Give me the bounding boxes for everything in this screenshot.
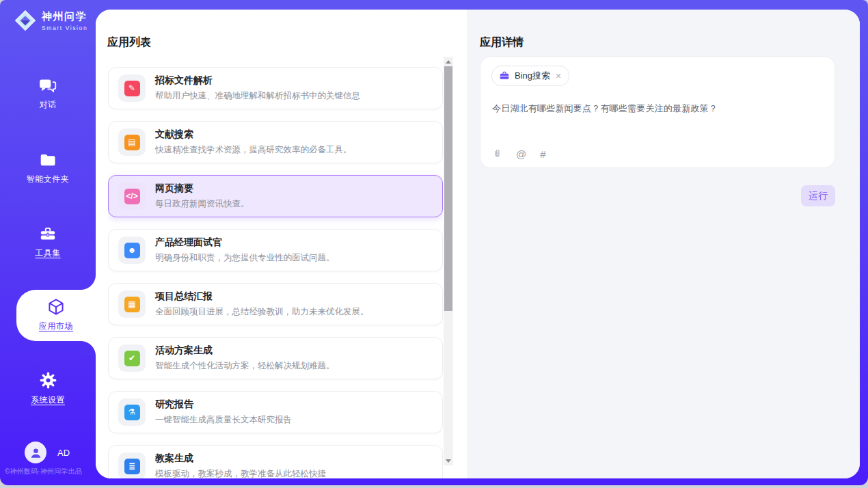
arrow-down-icon (446, 459, 451, 463)
app-title: 活动方案生成 (155, 344, 335, 357)
briefcase-icon (499, 70, 510, 81)
app-card[interactable]: ▤ 文献搜索 快速精准查找学术资源，提高研究效率的必备工具。 (108, 121, 443, 163)
app-list: ✎ 招标文件解析 帮助用户快速、准确地理解和解析招标书中的关键信息 ▤ 文献搜索 (108, 67, 443, 478)
app-title: 招标文件解析 (155, 74, 360, 87)
app-icon-tile: ☻ (118, 236, 146, 264)
sidebar-label-toolbox: 工具集 (35, 247, 61, 259)
app-window: 神州问学 Smart Vision 对话 智能文件夹 (0, 0, 868, 485)
tool-tag-label: Bing搜索 (515, 70, 550, 82)
book-icon: ▤ (124, 135, 140, 150)
app-detail-panel: 应用详情 Bing搜索 × 今日湖北有哪些新闻要点？有哪些需要关注的最新政策？ (467, 10, 860, 478)
app-description: 帮助用户快速、准确地理解和解析招标书中的关键信息 (155, 90, 360, 102)
diamond-logo-icon (14, 9, 37, 32)
arrow-up-icon (446, 60, 451, 64)
main-content: 应用列表 ✎ 招标文件解析 帮助用户快速、准确地理解和解析招标书中的关键信息 ▤ (96, 10, 860, 478)
chat-icon (38, 77, 57, 94)
app-meta: 网页摘要 每日政府新闻资讯快查。 (155, 182, 249, 210)
app-title: 产品经理面试官 (155, 236, 335, 249)
app-title: 教案生成 (155, 452, 326, 465)
app-description: 明确身份和职责，为您提供专业性的面试问题。 (155, 252, 335, 264)
brand-text: 神州问学 Smart Vision (42, 10, 87, 31)
sidebar-label-chat: 对话 (40, 99, 57, 111)
toolbox-icon (38, 225, 57, 243)
sidebar-item-chat[interactable]: 对话 (0, 77, 96, 111)
prompt-card: Bing搜索 × 今日湖北有哪些新闻要点？有哪些需要关注的最新政策？ @ # (480, 56, 835, 168)
app-meta: 文献搜索 快速精准查找学术资源，提高研究效率的必备工具。 (155, 128, 352, 156)
scroll-down-button[interactable] (444, 456, 453, 465)
scrollbar-thumb[interactable] (444, 66, 452, 311)
app-icon-tile: ▤ (118, 128, 146, 156)
app-list-title: 应用列表 (107, 36, 151, 50)
app-card[interactable]: ✎ 招标文件解析 帮助用户快速、准确地理解和解析招标书中的关键信息 (108, 67, 443, 109)
app-card[interactable]: ⚗ 研究报告 一键智能生成高质量长文本研究报告 (108, 391, 443, 433)
app-title: 文献搜索 (155, 128, 352, 141)
sidebar-item-settings[interactable]: 系统设置 (0, 371, 96, 406)
app-meta: 教案生成 模板驱动，教案秒成，教学准备从此轻松快捷 (155, 452, 326, 478)
cube-icon (46, 297, 66, 316)
app-card[interactable]: ☻ 产品经理面试官 明确身份和职责，为您提供专业性的面试问题。 (108, 229, 443, 271)
app-icon-tile: ⚗ (118, 398, 146, 426)
sidebar-label-settings: 系统设置 (31, 394, 65, 406)
app-icon-tile: ✔ (118, 344, 146, 372)
sidebar-item-app-market[interactable]: 应用市场 (16, 290, 96, 341)
avatar[interactable] (25, 442, 46, 463)
app-card[interactable]: ✔ 活动方案生成 智能生成个性化活动方案，轻松解决规划难题。 (108, 337, 443, 379)
app-description: 一键智能生成高质量长文本研究报告 (155, 414, 292, 426)
user-row[interactable]: AD (25, 442, 70, 463)
app-card[interactable]: ▦ 项目总结汇报 全面回顾项目进展，总结经验教训，助力未来优化发展。 (108, 283, 443, 325)
input-toolbar: @ # (492, 148, 546, 160)
sidebar: 神州问学 Smart Vision 对话 智能文件夹 (0, 0, 96, 485)
app-icon-tile: ✎ (118, 74, 146, 102)
document-edit-icon: ✎ (124, 81, 140, 96)
books-icon: ≣ (124, 459, 140, 474)
user-name: AD (57, 448, 70, 458)
webpage-code-icon: </> (124, 189, 140, 204)
tool-tag-bing-search[interactable]: Bing搜索 × (491, 66, 569, 86)
app-description: 全面回顾项目进展，总结经验教训，助力未来优化发展。 (155, 306, 369, 318)
interviewer-icon: ☻ (124, 243, 140, 258)
app-title: 项目总结汇报 (155, 290, 369, 303)
scroll-up-button[interactable] (444, 57, 453, 66)
app-meta: 项目总结汇报 全面回顾项目进展，总结经验教训，助力未来优化发展。 (155, 290, 369, 318)
sidebar-label-smart-folder: 智能文件夹 (27, 174, 70, 185)
app-card[interactable]: </> 网页摘要 每日政府新闻资讯快查。 (108, 175, 443, 217)
list-scrollbar[interactable] (444, 57, 453, 465)
brand-logo: 神州问学 Smart Vision (14, 9, 87, 32)
sidebar-footer: ©神州数码·神州问学出品 (5, 467, 96, 476)
sidebar-label-app-market: 应用市场 (39, 321, 73, 332)
brand-subtitle: Smart Vision (42, 25, 87, 31)
app-description: 快速精准查找学术资源，提高研究效率的必备工具。 (155, 144, 352, 156)
app-list-panel: 应用列表 ✎ 招标文件解析 帮助用户快速、准确地理解和解析招标书中的关键信息 ▤ (96, 10, 467, 478)
app-icon-tile: ≣ (118, 452, 146, 478)
app-icon-tile: ▦ (118, 290, 146, 318)
run-button[interactable]: 运行 (801, 185, 835, 206)
app-meta: 研究报告 一键智能生成高质量长文本研究报告 (155, 398, 292, 426)
paperclip-icon[interactable] (492, 148, 502, 160)
app-meta: 招标文件解析 帮助用户快速、准确地理解和解析招标书中的关键信息 (155, 74, 360, 102)
folder-icon (38, 151, 57, 169)
person-icon (29, 446, 42, 459)
app-meta: 产品经理面试官 明确身份和职责，为您提供专业性的面试问题。 (155, 236, 335, 264)
hash-icon[interactable]: # (540, 148, 545, 160)
app-card[interactable]: ≣ 教案生成 模板驱动，教案秒成，教学准备从此轻松快捷 (108, 445, 443, 478)
app-detail-title: 应用详情 (480, 36, 524, 50)
app-icon-tile: </> (118, 182, 146, 210)
close-icon[interactable]: × (555, 71, 562, 81)
brand-name: 神州问学 (42, 10, 87, 23)
sidebar-item-toolbox[interactable]: 工具集 (0, 225, 96, 259)
app-description: 模板驱动，教案秒成，教学准备从此轻松快捷 (155, 468, 326, 478)
gear-icon (39, 371, 57, 390)
microscope-icon: ⚗ (124, 405, 140, 420)
app-meta: 活动方案生成 智能生成个性化活动方案，轻松解决规划难题。 (155, 344, 335, 372)
app-description: 智能生成个性化活动方案，轻松解决规划难题。 (155, 360, 335, 372)
app-description: 每日政府新闻资讯快查。 (155, 198, 249, 210)
at-icon[interactable]: @ (516, 148, 526, 160)
app-title: 研究报告 (155, 398, 292, 411)
query-text[interactable]: 今日湖北有哪些新闻要点？有哪些需要关注的最新政策？ (492, 103, 824, 115)
sidebar-item-smart-folder[interactable]: 智能文件夹 (0, 151, 96, 185)
clipboard-check-icon: ✔ (124, 351, 140, 366)
note-icon: ▦ (124, 297, 140, 312)
app-title: 网页摘要 (155, 182, 249, 195)
